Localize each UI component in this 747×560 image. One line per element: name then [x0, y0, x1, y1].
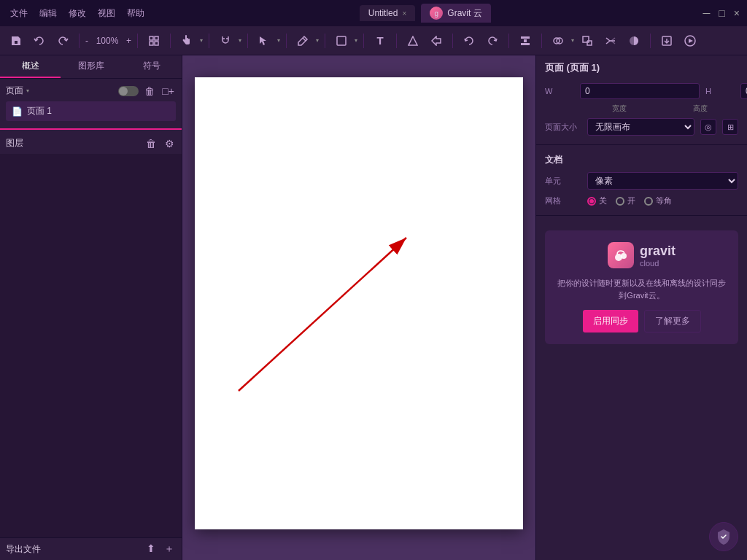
fit-to-screen-button[interactable]: [144, 31, 164, 51]
h-input[interactable]: [740, 83, 747, 99]
boolean-dropdown[interactable]: ▾: [571, 37, 574, 44]
redo-button[interactable]: [53, 31, 73, 51]
layer-options-button[interactable]: ⚙: [163, 138, 176, 149]
pages-section: 页面 ▾ 🗑 □+ 📄 页面 1: [0, 79, 182, 125]
triangle-tool-button[interactable]: [403, 31, 423, 51]
enable-sync-button[interactable]: 启用同步: [583, 310, 638, 332]
delete-page-button[interactable]: 🗑: [143, 85, 156, 97]
unit-select[interactable]: 像素 毫米 英寸: [587, 172, 738, 190]
sep7: [325, 34, 325, 48]
gravit-cloud-tab[interactable]: g Gravit 云: [421, 4, 490, 23]
shape-dropdown[interactable]: ▾: [355, 37, 357, 44]
page-size-label: 页面大小: [545, 122, 581, 133]
maximize-button[interactable]: □: [717, 7, 726, 19]
page-size-icon2[interactable]: ⊞: [722, 119, 738, 135]
pen-dropdown[interactable]: ▾: [316, 37, 319, 44]
rotate-left-button[interactable]: [459, 31, 479, 51]
width-unit-label: 宽度: [581, 104, 657, 114]
magnet-button[interactable]: [215, 31, 236, 51]
tab-close-button[interactable]: ×: [402, 9, 406, 18]
hand-dropdown[interactable]: ▾: [200, 37, 203, 44]
gravit-tab-label: Gravit 云: [447, 7, 481, 20]
add-page-button[interactable]: □+: [160, 85, 176, 97]
cloud-description: 把你的设计随时更新以及在线和离线的设计同步到Gravit云。: [557, 277, 727, 301]
cloud-logo-text: gravit cloud: [640, 244, 676, 268]
tab-symbols[interactable]: 符号: [121, 55, 182, 78]
pages-toggle[interactable]: [118, 86, 139, 96]
grid-off[interactable]: 关: [587, 195, 607, 206]
learn-more-button[interactable]: 了解更多: [644, 310, 701, 332]
panel-title: 页面 (页面 1): [536, 55, 747, 80]
menu-help[interactable]: 帮助: [123, 7, 149, 20]
minimize-button[interactable]: ─: [701, 7, 711, 19]
sep3: [170, 34, 171, 48]
grid-on-circle: [616, 197, 624, 206]
page-size-select[interactable]: 无限画布 A4 A3 Letter: [587, 118, 694, 136]
w-input[interactable]: [580, 83, 700, 99]
boolean-button[interactable]: [548, 31, 568, 51]
svg-rect-0: [150, 36, 153, 40]
zoom-input[interactable]: 100%: [90, 36, 125, 46]
undo-button[interactable]: [29, 31, 50, 51]
page-size-icon1[interactable]: ◎: [700, 119, 716, 135]
magnet-dropdown[interactable]: ▾: [239, 37, 241, 44]
pages-dropdown-arrow[interactable]: ▾: [26, 88, 29, 94]
zoom-minus[interactable]: -: [85, 36, 88, 46]
security-badge[interactable]: [709, 522, 738, 551]
pages-controls: 🗑 □+: [118, 85, 176, 97]
gravit-icon: g: [430, 7, 443, 20]
doc-section-title: 文档: [536, 151, 747, 169]
grid-on[interactable]: 开: [616, 195, 635, 206]
tab-shape-library[interactable]: 图形库: [61, 55, 121, 78]
text-tool-button[interactable]: T: [370, 31, 390, 51]
menu-file[interactable]: 文件: [6, 7, 32, 20]
tab-overview[interactable]: 概述: [0, 55, 61, 78]
menu-edit[interactable]: 编辑: [35, 7, 61, 20]
select-dropdown[interactable]: ▾: [277, 37, 280, 44]
canvas: [195, 77, 523, 529]
svg-rect-16: [583, 36, 589, 42]
sep5: [247, 34, 248, 48]
svg-rect-1: [155, 36, 158, 40]
svg-rect-3: [155, 42, 158, 45]
mask-button[interactable]: [624, 31, 644, 51]
zoom-plus[interactable]: +: [126, 36, 131, 46]
canvas-area[interactable]: [182, 55, 535, 560]
document-tab[interactable]: Untitled ×: [360, 5, 416, 21]
menu-view[interactable]: 视图: [93, 7, 120, 20]
transform-button[interactable]: [577, 31, 597, 51]
sep12: [541, 34, 542, 48]
rotate-right-button[interactable]: [482, 31, 503, 51]
export-label: 导出文件: [6, 543, 41, 556]
flip-button[interactable]: [600, 31, 621, 51]
sep2: [137, 34, 138, 48]
pages-label: 页面: [6, 85, 23, 97]
cloud-logo: gravit cloud: [557, 242, 727, 268]
shape-tool-button[interactable]: [331, 31, 352, 51]
pages-list: 📄 页面 1: [6, 100, 176, 122]
left-panel-tabs: 概述 图形库 符号: [0, 55, 182, 79]
play-button[interactable]: [680, 31, 700, 51]
tab-title: Untitled: [368, 8, 398, 18]
menu-modify[interactable]: 修改: [64, 7, 90, 20]
close-button[interactable]: ×: [732, 7, 741, 19]
unit-row: 单元 像素 毫米 英寸: [536, 169, 747, 192]
pen-tool-button[interactable]: [293, 31, 313, 51]
cloud-logo-icon: [608, 242, 634, 268]
pages-header: 页面 ▾ 🗑 □+: [6, 82, 176, 100]
arrow-tool-button[interactable]: [426, 31, 446, 51]
layers-header: 图层 🗑 ⚙: [0, 133, 182, 154]
hand-tool-button[interactable]: [177, 31, 197, 51]
delete-layer-button[interactable]: 🗑: [144, 138, 158, 149]
select-tool-button[interactable]: [254, 31, 274, 51]
grid-iso-label: 等角: [656, 195, 672, 206]
grid-off-circle: [587, 197, 596, 206]
export-import-button[interactable]: ⬆: [145, 542, 157, 556]
distribute-button[interactable]: [515, 31, 535, 51]
page-item[interactable]: 📄 页面 1: [6, 101, 176, 121]
save-button[interactable]: [6, 31, 26, 51]
export-add-button[interactable]: ＋: [163, 542, 176, 556]
grid-isometric[interactable]: 等角: [644, 195, 672, 206]
export-button[interactable]: [657, 31, 677, 51]
grid-off-dot: [589, 199, 594, 203]
